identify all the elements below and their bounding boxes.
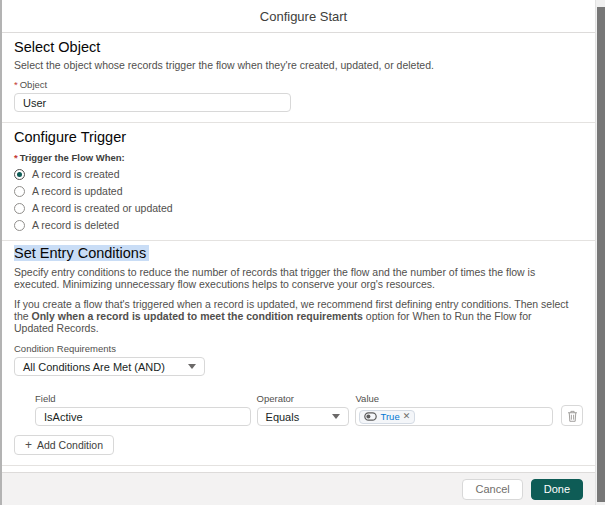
select-object-description: Select the object whose records trigger … [14,59,583,71]
field-input[interactable] [35,407,251,426]
radio-label: A record is created or updated [32,202,173,214]
highlighted-text: Set Entry Conditions [14,245,149,261]
radio-label: A record is created [32,168,120,180]
entry-conditions-section: Set Entry Conditions Specify entry condi… [2,241,595,465]
radio-label: A record is updated [32,185,122,197]
remove-pill-icon[interactable]: ✕ [403,412,411,421]
radio-record-deleted[interactable]: A record is deleted [14,219,583,231]
select-object-section: Select Object Select the object whose re… [2,33,595,112]
radio-label: A record is deleted [32,219,119,231]
radio-button-icon[interactable] [14,186,25,197]
entry-conditions-heading: Set Entry Conditions [14,245,583,261]
dialog-title: Configure Start [260,9,347,24]
radio-record-updated[interactable]: A record is updated [14,185,583,197]
add-condition-button[interactable]: + Add Condition [14,435,114,455]
operator-value: Equals [266,411,300,423]
radio-button-icon[interactable] [14,220,25,231]
done-button[interactable]: Done [531,479,583,500]
chevron-down-icon [188,364,196,369]
required-asterisk: * [14,152,18,163]
operator-dropdown[interactable]: Equals [257,407,350,426]
dialog-body: Select Object Select the object whose re… [2,33,595,472]
scrollbar-thumb[interactable] [597,7,605,502]
plus-icon: + [25,438,32,452]
radio-record-created-or-updated[interactable]: A record is created or updated [14,202,583,214]
bold-option-text: Only when a record is updated to meet th… [32,310,363,322]
radio-button-icon[interactable] [14,169,25,180]
trigger-when-label: *Trigger the Flow When: [14,152,583,163]
delete-condition-button[interactable] [561,405,583,426]
configure-trigger-section: Configure Trigger *Trigger the Flow When… [2,123,595,240]
condition-requirements-label: Condition Requirements [14,343,583,354]
dialog-header: Configure Start [2,0,605,33]
entry-conditions-description-1: Specify entry conditions to reduce the n… [14,266,574,290]
value-input[interactable]: True ✕ [355,407,553,426]
select-object-heading: Select Object [14,39,583,55]
required-asterisk: * [14,79,18,90]
value-pill[interactable]: True ✕ [359,410,415,424]
condition-requirements-dropdown[interactable]: All Conditions Are Met (AND) [14,357,205,376]
chevron-down-icon [332,414,340,419]
radio-button-icon[interactable] [14,203,25,214]
value-pill-label: True [380,411,399,422]
vertical-scrollbar[interactable] [595,0,605,505]
entry-conditions-description-2: If you create a flow that's triggered wh… [14,298,574,334]
cancel-button[interactable]: Cancel [462,479,522,500]
operator-label: Operator [257,393,350,404]
add-condition-label: Add Condition [37,439,103,451]
field-label: Field [35,393,251,404]
dialog-footer: Cancel Done [2,472,605,505]
configure-trigger-heading: Configure Trigger [14,129,583,145]
condition-requirements-value: All Conditions Are Met (AND) [23,361,165,373]
value-label: Value [355,393,553,404]
toggle-icon [364,412,377,421]
radio-record-created[interactable]: A record is created [14,168,583,180]
trash-icon [566,409,579,423]
object-field-label: *Object [14,79,583,90]
configure-start-dialog: Configure Start Select Object Select the… [2,0,605,505]
object-input[interactable] [14,93,291,112]
condition-row: Field Operator Equals Value True [35,384,583,426]
page-background-edge [0,0,2,505]
